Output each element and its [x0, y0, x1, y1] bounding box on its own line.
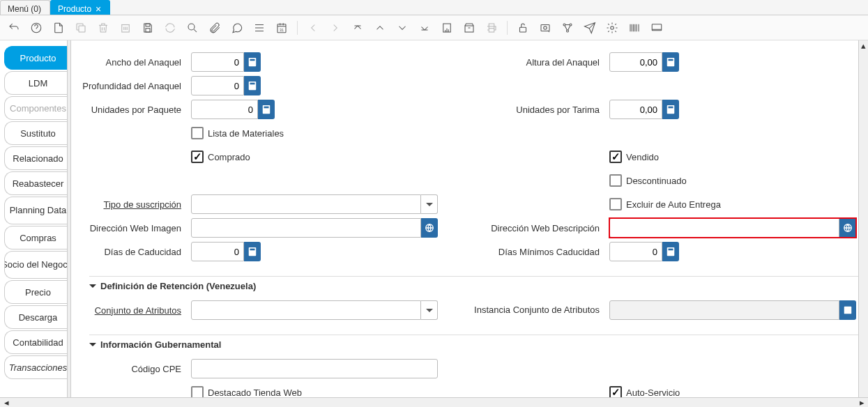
first-icon[interactable] [351, 21, 365, 35]
save-icon[interactable] [141, 21, 155, 35]
separator [297, 21, 298, 35]
zoom-icon[interactable] [538, 21, 552, 35]
calculator-icon[interactable] [662, 242, 679, 261]
horizontal-scrollbar[interactable]: ◂ ▸ [0, 397, 868, 407]
workflow-icon[interactable] [561, 21, 574, 35]
send-icon[interactable] [583, 21, 597, 35]
new-icon[interactable] [52, 21, 66, 35]
calculator-icon[interactable] [258, 100, 275, 119]
sidebar-item-planning[interactable]: Planning Data [4, 197, 71, 224]
refresh-icon[interactable] [163, 21, 177, 35]
close-icon[interactable]: × [96, 5, 101, 13]
lock-icon[interactable] [516, 21, 530, 35]
gear-icon[interactable] [605, 21, 619, 35]
input-prof-anaquel[interactable] [191, 76, 244, 95]
checkbox-comprado[interactable] [191, 151, 204, 163]
sidebar-item-componentes[interactable]: Componentes [4, 96, 71, 120]
prev-icon[interactable] [306, 21, 320, 35]
input-url-imagen[interactable] [191, 218, 421, 238]
scroll-up-icon[interactable]: ▴ [859, 40, 868, 50]
sidebar-item-socio[interactable]: Socio del Negocio [4, 251, 71, 279]
next-icon[interactable] [328, 21, 342, 35]
checkbox-auto-servicio[interactable] [609, 386, 622, 397]
sidebar-item-transacciones[interactable]: Transacciones [4, 355, 71, 379]
sidebar-item-precio[interactable]: Precio [4, 280, 71, 304]
archive-icon[interactable] [462, 21, 476, 35]
screen-icon[interactable] [650, 21, 664, 35]
label-codigo-cpe: Código CPE [79, 364, 191, 374]
sidebar-item-sustituto[interactable]: Sustituto [4, 121, 71, 145]
barcode-icon[interactable] [627, 21, 641, 35]
sidebar-item-relacionado[interactable]: Relacionado [4, 146, 71, 170]
globe-icon[interactable] [421, 218, 438, 238]
input-ancho-anaquel[interactable] [191, 52, 244, 72]
label-url-imagen: Dirección Web Imagen [79, 223, 191, 233]
tab-label: Menú (0) [8, 4, 41, 14]
input-dias-min-cad[interactable] [609, 242, 662, 261]
scroll-right-icon[interactable]: ▸ [855, 398, 868, 408]
lookup-icon[interactable] [839, 300, 856, 320]
sidebar-item-contabilidad[interactable]: Contabilidad [4, 330, 71, 354]
calculator-icon[interactable] [662, 100, 679, 119]
input-altura-anaquel[interactable] [609, 52, 662, 72]
delete-icon[interactable] [96, 21, 110, 35]
calculator-icon[interactable] [662, 52, 679, 72]
sidebar-item-descarga[interactable]: Descarga [4, 305, 71, 329]
help-icon[interactable] [29, 21, 43, 35]
calculator-icon[interactable] [244, 76, 261, 95]
list-icon[interactable] [252, 21, 266, 35]
print-icon[interactable] [485, 21, 498, 35]
label-comprado: Comprado [208, 152, 250, 162]
form-content: Ancho del Anaquel Altura del Anaquel Pro… [71, 40, 868, 397]
search-icon[interactable] [185, 21, 199, 35]
label-tipo-suscripcion[interactable]: Tipo de suscripción [79, 199, 191, 210]
vertical-scrollbar[interactable]: ▴ [858, 40, 868, 397]
sidebar-item-producto[interactable]: Producto [4, 46, 71, 70]
parent-icon[interactable] [373, 21, 387, 35]
input-url-desc[interactable] [609, 218, 839, 238]
section-gubernamental[interactable]: Información Gubernamental [89, 335, 862, 350]
checkbox-descontinuado[interactable] [609, 174, 622, 187]
checkbox-vendido[interactable] [609, 151, 622, 163]
tab-menu[interactable]: Menú (0) [0, 0, 50, 15]
input-conjunto-attr[interactable] [191, 300, 421, 320]
svg-rect-11 [520, 27, 526, 32]
svg-rect-4 [146, 28, 150, 31]
checkbox-excluir-auto[interactable] [609, 198, 622, 210]
label-ancho-anaquel: Ancho del Anaquel [79, 57, 191, 68]
delete-all-icon[interactable] [119, 21, 132, 35]
input-inst-conj-attr[interactable] [609, 300, 839, 320]
tab-producto[interactable]: Producto × [50, 0, 110, 15]
input-uni-tarima[interactable] [609, 100, 662, 119]
checkbox-lista-materiales[interactable] [191, 127, 204, 139]
label-conjunto-attr[interactable]: Conjunto de Atributos [79, 305, 191, 316]
calendar-icon[interactable]: 31 [275, 21, 289, 35]
chevron-down-icon[interactable] [421, 194, 438, 214]
input-codigo-cpe[interactable] [191, 359, 438, 378]
svg-rect-12 [541, 24, 549, 31]
label-uni-tarima: Unidades por Tarima [470, 105, 609, 115]
label-dias-min-cad: Días Mínimos Caducidad [470, 247, 609, 257]
toolbar: 31 [0, 15, 868, 40]
svg-rect-24 [250, 83, 255, 85]
attach-icon[interactable] [208, 21, 222, 35]
globe-icon[interactable] [839, 218, 856, 238]
undo-icon[interactable] [7, 21, 21, 35]
report-icon[interactable] [440, 21, 454, 35]
checkbox-destacado-web[interactable] [191, 386, 204, 397]
detail-icon[interactable] [395, 21, 409, 35]
sidebar-item-compras[interactable]: Compras [4, 226, 71, 249]
scroll-left-icon[interactable]: ◂ [0, 398, 13, 408]
input-dias-caducidad[interactable] [191, 242, 244, 261]
copy-icon[interactable] [74, 21, 88, 35]
sidebar-item-reabastecer[interactable]: Reabastecer [4, 171, 71, 195]
input-tipo-suscripcion[interactable] [191, 194, 421, 214]
chevron-down-icon[interactable] [421, 300, 438, 320]
last-icon[interactable] [418, 21, 432, 35]
calculator-icon[interactable] [244, 242, 261, 261]
input-uni-paquete[interactable] [191, 100, 258, 119]
calculator-icon[interactable] [244, 52, 261, 72]
chat-icon[interactable] [230, 21, 244, 35]
section-retencion[interactable]: Definición de Retención (Venezuela) [89, 276, 862, 291]
sidebar-item-ldm[interactable]: LDM [4, 71, 71, 95]
